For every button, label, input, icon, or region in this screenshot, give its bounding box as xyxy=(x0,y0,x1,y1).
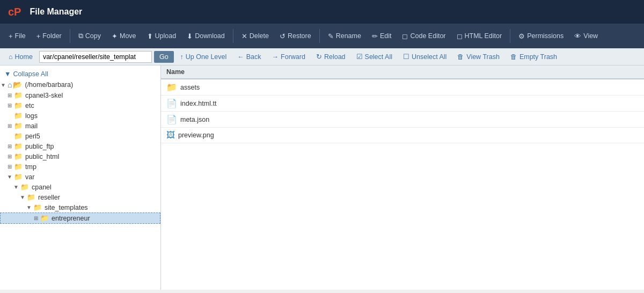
folder-tree-icon: 📁 xyxy=(40,214,49,222)
tree-item-cpanel3-skel[interactable]: ⊞📁cpanel3-skel xyxy=(0,90,160,100)
folder-tree-icon: 📁 xyxy=(20,183,29,191)
permissions-button[interactable]: ⚙ Permissions xyxy=(514,30,568,43)
edit-icon: ✏ xyxy=(372,32,378,40)
delete-icon: ✕ xyxy=(241,32,247,40)
file-list: 📁 assets 📄 index.html.tt 📄 meta.json 🖼 p… xyxy=(161,79,644,143)
tree-toggle: ▼ xyxy=(26,204,32,210)
html-icon: ◻ xyxy=(457,32,463,40)
tree-item-etc[interactable]: ⊞📁etc xyxy=(0,100,160,111)
rename-button[interactable]: ✎ Rename xyxy=(324,30,365,43)
tree-item-public_html[interactable]: ⊞📁public_html xyxy=(0,151,160,162)
toolbar: + File + Folder ⧉ Copy ✦ Move ⬆ Upload ⬇… xyxy=(0,24,644,48)
upload-icon: ⬆ xyxy=(147,32,153,40)
delete-button[interactable]: ✕ Delete xyxy=(237,30,273,43)
tree-label: tmp xyxy=(25,163,36,171)
divider-4 xyxy=(510,29,510,43)
upload-button[interactable]: ⬆ Upload xyxy=(143,30,181,43)
reload-icon: ↻ xyxy=(316,53,322,61)
tree-item-perl5[interactable]: 📁perl5 xyxy=(0,131,160,141)
file-name-cell: 📄 index.html.tt xyxy=(161,96,644,112)
top-bar: cP File Manager xyxy=(0,0,644,24)
select-all-button[interactable]: ☑ Select All xyxy=(352,50,397,63)
download-button[interactable]: ⬇ Download xyxy=(182,30,229,43)
code-icon: ◻ xyxy=(402,32,408,40)
html-editor-button[interactable]: ◻ HTML Editor xyxy=(452,30,507,43)
tree-label: reseller xyxy=(38,194,60,201)
folder-tree-icon: 📁 xyxy=(33,203,42,211)
view-trash-button[interactable]: 🗑 View Trash xyxy=(453,51,504,63)
tree-item-tmp[interactable]: ⊞📁tmp xyxy=(0,162,160,172)
path-input[interactable] xyxy=(39,51,152,63)
main-layout: ▼ Collapse All ▼⌂ 📂(/home/barbara)⊞📁cpan… xyxy=(0,65,644,290)
unselect-all-button[interactable]: ☐ Unselect All xyxy=(399,50,451,63)
home-tree-icon: ⌂ xyxy=(8,80,12,89)
file-name-cell: 🖼 preview.png xyxy=(161,128,644,143)
plus-folder-icon: + xyxy=(36,32,41,40)
tree-toggle: ▼ xyxy=(6,174,13,180)
file-icon: 📄 xyxy=(166,114,177,124)
folder-open-icon: 📂 xyxy=(13,80,22,89)
restore-icon: ↺ xyxy=(280,32,286,40)
file-name-cell: 📁 assets xyxy=(161,79,644,96)
name-column-header: Name xyxy=(161,65,644,79)
tree-label: logs xyxy=(25,112,38,120)
forward-icon: → xyxy=(272,53,279,61)
table-row[interactable]: 📄 meta.json xyxy=(161,112,644,128)
file-name: preview.png xyxy=(178,131,214,139)
tree-toggle: ▼ xyxy=(13,184,19,190)
file-name: assets xyxy=(180,84,200,91)
file-name: meta.json xyxy=(180,116,209,123)
tree-toggle: ⊞ xyxy=(6,123,13,129)
forward-button[interactable]: → Forward xyxy=(268,51,310,63)
tree-item-home[interactable]: ▼⌂ 📂(/home/barbara) xyxy=(0,79,160,90)
tree-item-reseller[interactable]: ▼📁reseller xyxy=(0,192,160,202)
home-nav-button[interactable]: ⌂ Home xyxy=(4,51,37,63)
folder-tree-icon: 📁 xyxy=(14,112,23,120)
nav-bar: ⌂ Home Go ↑ Up One Level ← Back → Forwar… xyxy=(0,48,644,65)
tree-toggle: ▼ xyxy=(19,194,26,200)
file-button[interactable]: + File xyxy=(4,30,30,43)
folder-tree-icon: 📁 xyxy=(14,101,23,109)
tree-item-cpanel[interactable]: ▼📁cpanel xyxy=(0,182,160,192)
divider-1 xyxy=(70,29,70,43)
move-icon: ✦ xyxy=(112,32,118,40)
up-one-level-button[interactable]: ↑ Up One Level xyxy=(176,51,231,63)
tree-toggle: ⊞ xyxy=(6,102,13,108)
folder-tree-icon: 📁 xyxy=(14,132,23,140)
edit-button[interactable]: ✏ Edit xyxy=(368,30,396,43)
tree-item-public_ftp[interactable]: ⊞📁public_ftp xyxy=(0,141,160,151)
app-title: File Manager xyxy=(30,7,82,17)
tree-item-site_templates[interactable]: ▼📁site_templates xyxy=(0,202,160,213)
copy-button[interactable]: ⧉ Copy xyxy=(74,29,105,43)
tree-label: var xyxy=(25,173,34,181)
empty-trash-button[interactable]: 🗑 Empty Trash xyxy=(506,51,561,63)
folder-button[interactable]: + Folder xyxy=(32,30,66,43)
view-icon: 👁 xyxy=(574,32,581,40)
folder-tree-icon: 📁 xyxy=(14,163,23,171)
tree-item-mail[interactable]: ⊞📁mail xyxy=(0,121,160,131)
divider-3 xyxy=(319,29,320,43)
file-table: Name 📁 assets 📄 index.html.tt 📄 meta.jso… xyxy=(161,65,644,143)
tree-toggle: ⊞ xyxy=(6,164,13,170)
restore-button[interactable]: ↺ Restore xyxy=(275,30,316,43)
collapse-all-button[interactable]: ▼ Collapse All xyxy=(0,69,160,79)
tree-toggle: ⊞ xyxy=(6,143,13,149)
move-button[interactable]: ✦ Move xyxy=(107,30,141,43)
table-row[interactable]: 📄 index.html.tt xyxy=(161,96,644,112)
back-button[interactable]: ← Back xyxy=(233,51,265,63)
tree-item-entrepreneur[interactable]: ⊞📁entrepreneur xyxy=(0,213,160,224)
go-button[interactable]: Go xyxy=(154,51,174,63)
tree-item-logs[interactable]: 📁logs xyxy=(0,111,160,121)
folder-tree-icon: 📁 xyxy=(14,173,23,181)
tree-item-var[interactable]: ▼📁var xyxy=(0,172,160,182)
tree-label: site_templates xyxy=(45,204,88,211)
plus-icon: + xyxy=(9,32,13,40)
code-editor-button[interactable]: ◻ Code Editor xyxy=(398,30,450,43)
view-button[interactable]: 👁 View xyxy=(570,30,602,43)
table-row[interactable]: 🖼 preview.png xyxy=(161,128,644,143)
reload-button[interactable]: ↻ Reload xyxy=(312,50,350,63)
tree-label: entrepreneur xyxy=(52,215,90,222)
table-row[interactable]: 📁 assets xyxy=(161,79,644,96)
tree-label: mail xyxy=(25,122,38,130)
folder-tree-icon: 📁 xyxy=(14,122,23,130)
